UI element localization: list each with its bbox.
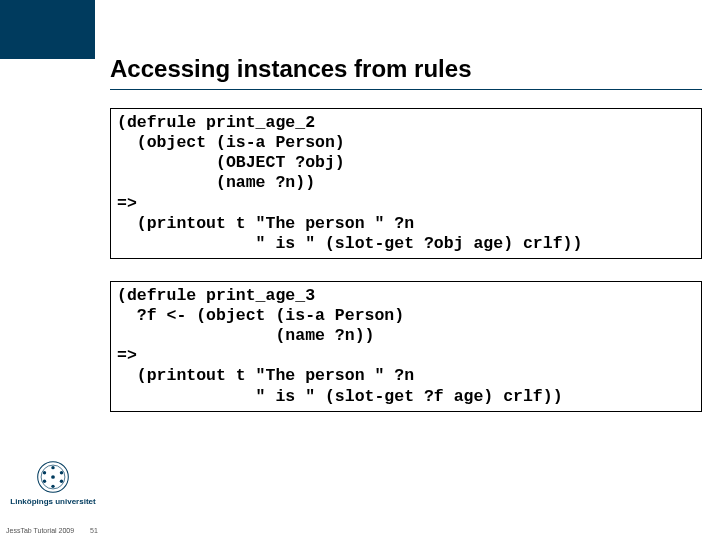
header-left-block (0, 0, 95, 59)
svg-point-5 (51, 485, 54, 488)
university-name: Linköpings universitet (8, 497, 98, 506)
svg-point-4 (60, 480, 63, 483)
page-number: 51 (90, 527, 98, 534)
university-brand: Linköpings universitet (8, 460, 98, 506)
university-seal-icon (36, 460, 70, 494)
code-block-1: (defrule print_age_2 (object (is-a Perso… (110, 108, 702, 259)
title-container: Accessing instances from rules (110, 55, 702, 90)
slide-content: Accessing instances from rules (defrule … (110, 55, 702, 434)
slide-footer: JessTab Tutorial 2009 51 (6, 527, 98, 534)
svg-point-7 (43, 471, 46, 474)
svg-point-2 (51, 466, 54, 469)
svg-point-8 (51, 475, 55, 479)
footer-label: JessTab Tutorial 2009 (6, 527, 74, 534)
svg-point-6 (43, 480, 46, 483)
svg-point-3 (60, 471, 63, 474)
code-block-2: (defrule print_age_3 ?f <- (object (is-a… (110, 281, 702, 412)
slide-title: Accessing instances from rules (110, 55, 702, 83)
